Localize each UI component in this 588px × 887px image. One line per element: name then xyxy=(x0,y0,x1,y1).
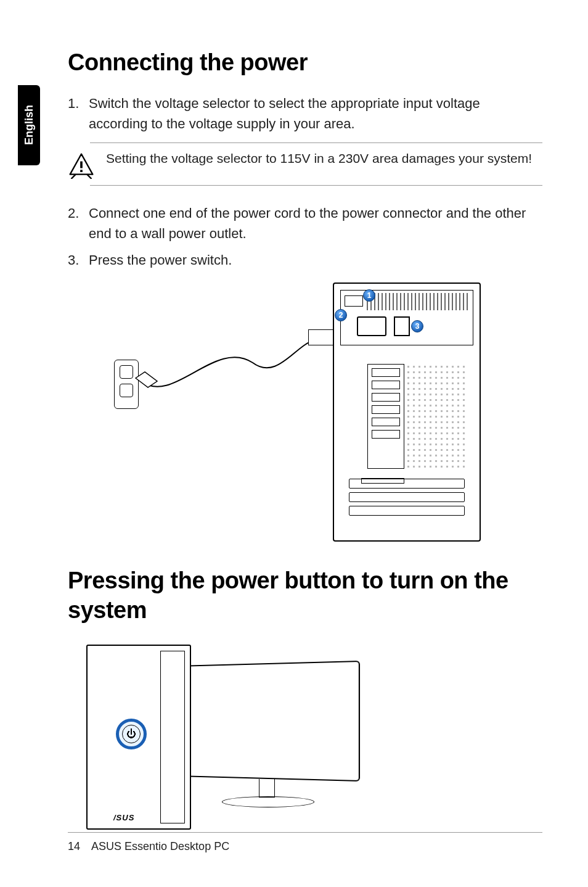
power-button-highlight: ⏻ xyxy=(116,719,147,749)
front-panel-strip xyxy=(160,651,185,823)
monitor-base xyxy=(222,796,314,807)
psu-area: 1 2 3 xyxy=(340,290,473,345)
io-panel xyxy=(367,364,404,469)
step-text: Connect one end of the power cord to the… xyxy=(89,203,542,244)
psu-vent xyxy=(367,293,470,310)
power-connector xyxy=(357,316,386,336)
callout-3: 3 xyxy=(411,320,423,332)
tower-front: ⏻ /SUS xyxy=(86,645,191,830)
power-cord-assembly xyxy=(111,301,351,412)
product-name: ASUS Essentio Desktop PC xyxy=(91,840,229,852)
callout-2: 2 xyxy=(335,309,347,321)
warning-box: Setting the voltage selector to 115V in … xyxy=(90,142,542,186)
step-text: Press the power switch. xyxy=(89,250,542,270)
language-label: English xyxy=(23,105,36,145)
svg-rect-1 xyxy=(80,170,83,172)
step-number: 3. xyxy=(68,250,89,270)
tower-rear-panel: 1 2 3 xyxy=(333,283,481,542)
heading-connecting-power: Connecting the power xyxy=(68,49,542,76)
diagram-power-connection: 1 2 3 xyxy=(68,283,542,542)
callout-1: 1 xyxy=(363,289,375,302)
brand-logo: /SUS xyxy=(113,813,134,822)
caution-icon xyxy=(68,152,95,179)
step-text: Switch the voltage selector to select th… xyxy=(89,93,542,134)
monitor-screen xyxy=(184,661,360,782)
step-list-2: 2. Connect one end of the power cord to … xyxy=(68,203,542,270)
heading-power-button: Pressing the power button to turn on the… xyxy=(68,566,542,625)
monitor xyxy=(179,663,364,830)
voltage-selector xyxy=(394,316,410,336)
warning-text: Setting the voltage selector to 115V in … xyxy=(106,149,532,167)
step-2: 2. Connect one end of the power cord to … xyxy=(68,203,542,244)
psu-switch xyxy=(345,295,363,307)
step-number: 1. xyxy=(68,93,89,134)
cord-line xyxy=(129,326,321,412)
power-button: ⏻ xyxy=(122,725,141,743)
step-1: 1. Switch the voltage selector to select… xyxy=(68,93,542,134)
language-tab: English xyxy=(18,85,40,165)
page-number: 14 xyxy=(68,840,80,853)
case-vent xyxy=(406,364,467,469)
diagram-power-button: ⏻ /SUS xyxy=(86,645,394,842)
page-content: Connecting the power 1. Switch the volta… xyxy=(68,49,542,842)
monitor-neck xyxy=(259,779,275,798)
expansion-slots xyxy=(349,479,465,528)
step-number: 2. xyxy=(68,203,89,244)
svg-rect-0 xyxy=(80,162,83,168)
step-3: 3. Press the power switch. xyxy=(68,250,542,270)
page-footer: 14 ASUS Essentio Desktop PC xyxy=(68,832,542,853)
step-list-1: 1. Switch the voltage selector to select… xyxy=(68,93,542,134)
